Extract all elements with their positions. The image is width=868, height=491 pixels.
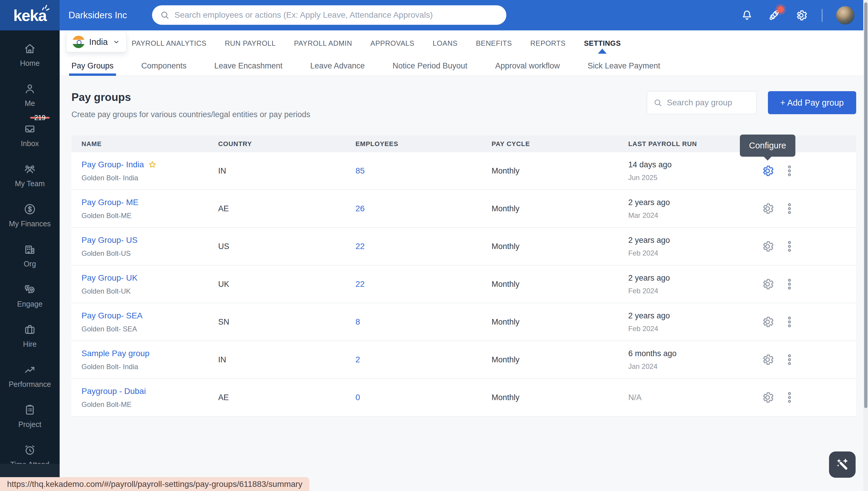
sidebar-item-project[interactable]: Project <box>0 396 60 436</box>
last-payroll-run-date: Feb 2024 <box>628 324 756 333</box>
configure-gear-icon[interactable] <box>760 239 775 254</box>
sidebar-item-my-team[interactable]: My Team <box>0 155 60 195</box>
column-header-name: NAME <box>72 140 218 148</box>
sidebar-item-home[interactable]: Home <box>0 34 60 75</box>
row-more-kebab-icon[interactable] <box>782 164 796 178</box>
sidebar-item-label: Org <box>24 260 36 268</box>
legal-entity-label: Golden Bolt-ME <box>82 211 218 220</box>
tab-payroll-admin[interactable]: PAYROLL ADMIN <box>294 39 352 48</box>
tab-approvals[interactable]: APPROVALS <box>370 39 415 48</box>
last-payroll-run-date: Jan 2024 <box>628 362 756 371</box>
subtab-approval-workflow[interactable]: Approval workflow <box>495 56 560 76</box>
employee-count-link[interactable]: 2 <box>356 355 360 364</box>
pay-group-search-input[interactable]: Search pay group <box>647 91 757 114</box>
sidebar-item-performance[interactable]: Performance <box>0 355 60 396</box>
employee-count-link[interactable]: 8 <box>356 317 360 326</box>
employee-count-link[interactable]: 26 <box>356 204 365 213</box>
column-header-pay-cycle: PAY CYCLE <box>492 140 628 148</box>
search-icon <box>160 10 170 20</box>
pay-group-name-link[interactable]: Pay Group- US <box>82 235 138 245</box>
pay-group-name-link[interactable]: Pay Group- UK <box>82 273 138 283</box>
subtab-components[interactable]: Components <box>141 56 187 76</box>
legal-entity-label: Golden Bolt- India <box>82 363 218 371</box>
pay-group-name-link[interactable]: Pay Group- India <box>82 160 157 169</box>
row-more-kebab-icon[interactable] <box>782 391 796 405</box>
country-code: SN <box>218 318 356 327</box>
company-name: Darksiders Inc <box>68 0 127 30</box>
page-header: Pay groups Create pay groups for various… <box>72 91 856 119</box>
rocket-badge-dot <box>777 6 784 13</box>
subtab-pay-groups[interactable]: Pay Groups <box>72 56 114 76</box>
sidebar: keka Home Me 219 Inbox My Team <box>0 0 60 491</box>
pay-group-name-link[interactable]: Pay Group- ME <box>82 198 138 207</box>
pay-group-name-link[interactable]: Sample Pay group <box>82 349 149 358</box>
keka-logo[interactable]: keka <box>0 0 60 30</box>
page-scrollbar <box>863 0 868 491</box>
page-title: Pay groups <box>72 91 310 104</box>
sidebar-item-label: Me <box>25 99 35 108</box>
row-more-kebab-icon[interactable] <box>782 239 796 254</box>
whats-new-rocket-icon[interactable] <box>767 8 781 22</box>
add-pay-group-button[interactable]: + Add Pay group <box>768 91 856 114</box>
configure-gear-icon[interactable] <box>760 315 775 329</box>
table-row: Pay Group- SEA Golden Bolt- SEA SN 8 Mon… <box>72 304 856 341</box>
scrollbar-thumb[interactable] <box>864 2 867 408</box>
subtab-leave-encashment[interactable]: Leave Encashment <box>214 56 283 76</box>
performance-icon <box>23 372 37 377</box>
tab-payroll-analytics[interactable]: PAYROLL ANALYTICS <box>132 39 206 48</box>
global-search-input[interactable]: Search employees or actions (Ex: Apply L… <box>152 5 506 25</box>
country-selector[interactable]: India <box>66 32 127 52</box>
hire-icon <box>23 332 37 337</box>
configure-gear-icon[interactable] <box>760 164 775 178</box>
pay-cycle-value: Monthly <box>492 280 628 289</box>
row-more-kebab-icon[interactable] <box>782 353 796 367</box>
sidebar-item-my-finances[interactable]: My Finances <box>0 195 60 235</box>
tab-settings[interactable]: SETTINGS <box>584 39 621 48</box>
configure-gear-icon[interactable] <box>760 353 775 367</box>
employee-count-link[interactable]: 22 <box>356 242 365 251</box>
pay-group-name-link[interactable]: Paygroup - Dubai <box>82 386 146 396</box>
tab-run-payroll[interactable]: RUN PAYROLL <box>225 39 276 48</box>
subtab-notice-period-buyout[interactable]: Notice Period Buyout <box>392 56 467 76</box>
table-row: Pay Group- US Golden Bolt-US US 22 Month… <box>72 228 856 266</box>
app-root: keka Home Me 219 Inbox My Team <box>0 0 868 491</box>
sidebar-item-label: My Team <box>15 179 45 188</box>
employee-count-link[interactable]: 0 <box>356 393 360 402</box>
user-avatar[interactable] <box>836 6 855 25</box>
tab-loans[interactable]: LOANS <box>433 39 458 48</box>
sidebar-item-engage[interactable]: Engage <box>0 275 60 315</box>
table-row: Paygroup - Dubai Golden Bolt-ME AE 0 Mon… <box>72 379 856 417</box>
engage-icon <box>23 292 37 297</box>
column-header-country: COUNTRY <box>218 140 356 148</box>
finances-icon <box>23 212 37 217</box>
topbar: Darksiders Inc Search employees or actio… <box>60 0 868 30</box>
sidebar-item-org[interactable]: Org <box>0 235 60 275</box>
topbar-divider <box>822 9 822 22</box>
row-more-kebab-icon[interactable] <box>782 202 796 216</box>
pay-group-name-link[interactable]: Pay Group- SEA <box>82 311 143 320</box>
sidebar-item-label: My Finances <box>9 220 51 228</box>
chevron-down-icon <box>112 38 120 46</box>
magic-wand-fab-button[interactable] <box>829 452 856 478</box>
configure-gear-icon[interactable] <box>760 277 775 291</box>
sidebar-nav: Home Me 219 Inbox My Team My Finances Or… <box>0 30 60 476</box>
sidebar-item-inbox[interactable]: 219 Inbox <box>0 115 60 155</box>
row-more-kebab-icon[interactable] <box>782 277 796 291</box>
sidebar-item-me[interactable]: Me <box>0 75 60 115</box>
sidebar-item-hire[interactable]: Hire <box>0 315 60 355</box>
subtab-sick-leave-payment[interactable]: Sick Leave Payment <box>588 56 660 76</box>
subtab-leave-advance[interactable]: Leave Advance <box>310 56 365 76</box>
tab-benefits[interactable]: BENEFITS <box>476 39 512 48</box>
employee-count-link[interactable]: 85 <box>356 166 365 175</box>
notifications-bell-icon[interactable] <box>740 8 754 22</box>
row-more-kebab-icon[interactable] <box>782 315 796 329</box>
tab-reports[interactable]: REPORTS <box>530 39 566 48</box>
configure-gear-icon[interactable] <box>760 391 775 405</box>
topbar-actions <box>740 0 855 30</box>
sidebar-item-label: Engage <box>17 300 43 308</box>
employee-count-link[interactable]: 22 <box>356 280 365 289</box>
configure-gear-icon[interactable] <box>760 202 775 216</box>
last-payroll-run: 6 months ago <box>628 349 756 358</box>
settings-gear-icon[interactable] <box>794 8 808 22</box>
favorite-star-icon[interactable] <box>148 160 157 169</box>
